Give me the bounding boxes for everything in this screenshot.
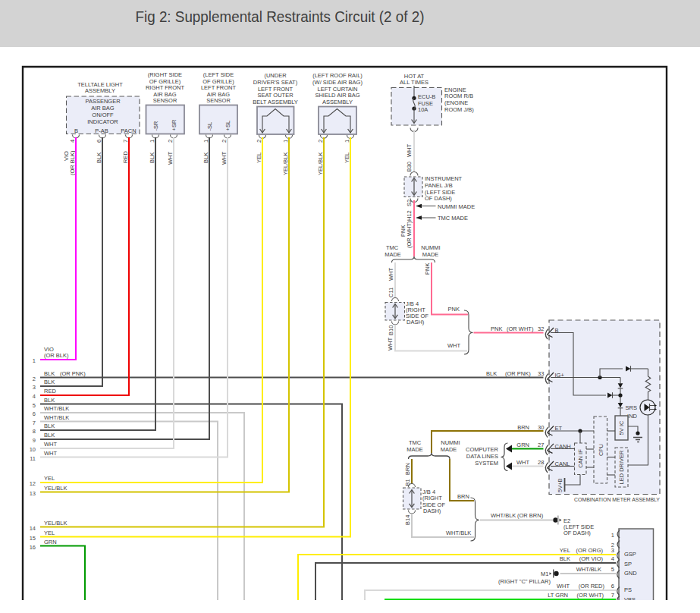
svg-text:WHT: WHT bbox=[44, 450, 57, 457]
svg-text:M1: M1 bbox=[541, 571, 548, 577]
svg-text:16: 16 bbox=[30, 544, 36, 551]
svg-text:1: 1 bbox=[282, 140, 289, 143]
svg-text:CPU: CPU bbox=[598, 444, 604, 456]
svg-text:2: 2 bbox=[317, 140, 324, 143]
svg-text:(OR BRN): (OR BRN) bbox=[517, 512, 544, 519]
svg-text:IND: IND bbox=[627, 413, 638, 420]
svg-text:YEL: YEL bbox=[560, 547, 570, 554]
svg-text:DASH): DASH) bbox=[407, 319, 425, 325]
svg-text:WHT/BLK: WHT/BLK bbox=[44, 414, 69, 421]
svg-text:YEL: YEL bbox=[44, 530, 55, 536]
svg-text:15: 15 bbox=[30, 535, 36, 542]
svg-text:WHT: WHT bbox=[388, 268, 394, 281]
svg-text:SYSTEM: SYSTEM bbox=[475, 460, 498, 467]
svg-text:-SL: -SL bbox=[206, 122, 213, 131]
svg-text:3: 3 bbox=[33, 384, 36, 391]
svg-text:PACN: PACN bbox=[121, 127, 136, 134]
svg-text:BLK: BLK bbox=[96, 152, 102, 163]
svg-text:+SR: +SR bbox=[171, 119, 177, 130]
svg-text:MADE: MADE bbox=[441, 446, 457, 453]
svg-text:(OR BLK): (OR BLK) bbox=[69, 150, 76, 175]
svg-text:GSP: GSP bbox=[624, 551, 636, 558]
svg-text:(OR WHT): (OR WHT) bbox=[507, 325, 534, 332]
svg-text:+SL: +SL bbox=[224, 121, 231, 131]
svg-text:SRS: SRS bbox=[626, 404, 637, 411]
svg-text:(RIGHT "C" PILLAR): (RIGHT "C" PILLAR) bbox=[498, 578, 551, 585]
svg-text:9: 9 bbox=[33, 437, 36, 444]
svg-text:YEL/BLK: YEL/BLK bbox=[317, 152, 324, 175]
svg-text:CAN IF: CAN IF bbox=[577, 449, 584, 468]
svg-text:WHT: WHT bbox=[406, 144, 413, 157]
svg-text:YEL/BLK: YEL/BLK bbox=[44, 520, 67, 527]
svg-text:TMC: TMC bbox=[409, 439, 422, 446]
svg-text:(LEFT ROOF RAIL): (LEFT ROOF RAIL) bbox=[312, 72, 363, 79]
svg-text:OF DASH): OF DASH) bbox=[425, 195, 452, 202]
svg-text:33: 33 bbox=[538, 370, 544, 377]
svg-text:MADE: MADE bbox=[385, 251, 401, 258]
svg-text:2: 2 bbox=[33, 376, 36, 382]
svg-text:13: 13 bbox=[30, 490, 36, 497]
svg-text:DRIVER'S SEAT): DRIVER'S SEAT) bbox=[253, 79, 298, 86]
svg-text:BLK: BLK bbox=[560, 555, 570, 562]
svg-text:BLK: BLK bbox=[44, 397, 55, 404]
svg-text:BRN: BRN bbox=[517, 424, 529, 431]
svg-text:B10: B10 bbox=[388, 325, 394, 335]
svg-text:WHT: WHT bbox=[387, 338, 394, 351]
svg-text:PASSENGER: PASSENGER bbox=[85, 98, 121, 105]
svg-text:-SR: -SR bbox=[152, 121, 159, 131]
svg-text:10: 10 bbox=[30, 446, 36, 453]
svg-text:C11: C11 bbox=[388, 288, 394, 297]
svg-text:(ENGINE: (ENGINE bbox=[444, 99, 468, 106]
svg-text:COMPUTER: COMPUTER bbox=[466, 446, 499, 453]
svg-text:BLK: BLK bbox=[44, 379, 55, 385]
svg-text:PNK: PNK bbox=[491, 325, 502, 332]
svg-text:Fig 2: Supplemental Restraints: Fig 2: Supplemental Restraints Circuit (… bbox=[136, 8, 425, 25]
svg-text:2: 2 bbox=[167, 140, 174, 143]
svg-text:INDICATOR: INDICATOR bbox=[87, 118, 118, 125]
svg-text:ENGINE: ENGINE bbox=[444, 86, 466, 93]
svg-text:6: 6 bbox=[611, 583, 614, 589]
svg-text:BLK: BLK bbox=[202, 152, 209, 163]
svg-text:SENSOR: SENSOR bbox=[153, 97, 177, 104]
svg-text:YEL/BLK: YEL/BLK bbox=[44, 485, 67, 492]
svg-text:RED: RED bbox=[44, 388, 56, 395]
svg-text:5: 5 bbox=[33, 402, 36, 409]
svg-text:5: 5 bbox=[611, 566, 614, 573]
svg-text:WHT: WHT bbox=[557, 583, 570, 589]
svg-text:WHT/BLK: WHT/BLK bbox=[446, 530, 471, 536]
svg-text:1: 1 bbox=[149, 140, 155, 143]
svg-text:MADE: MADE bbox=[407, 446, 423, 453]
svg-text:WHT: WHT bbox=[167, 152, 174, 165]
svg-text:BRN: BRN bbox=[404, 463, 411, 475]
svg-text:30: 30 bbox=[538, 424, 544, 431]
svg-text:LED DRIVER: LED DRIVER bbox=[618, 450, 625, 485]
svg-text:WHT: WHT bbox=[221, 152, 228, 165]
svg-text:(OR RED): (OR RED) bbox=[579, 583, 605, 589]
svg-text:B1: B1 bbox=[404, 479, 411, 486]
svg-text:B14: B14 bbox=[404, 515, 411, 525]
svg-text:YEL: YEL bbox=[256, 152, 262, 163]
svg-text:6: 6 bbox=[96, 140, 102, 143]
svg-text:PNK: PNK bbox=[448, 306, 460, 313]
svg-text:GND: GND bbox=[624, 570, 637, 577]
svg-text:B30: B30 bbox=[406, 162, 413, 171]
svg-text:ASSEMBLY: ASSEMBLY bbox=[85, 87, 115, 94]
svg-text:7: 7 bbox=[611, 592, 614, 599]
svg-text:(OR PNK): (OR PNK) bbox=[505, 370, 531, 377]
svg-text:5V IC: 5V IC bbox=[618, 420, 625, 435]
svg-text:(OR WHT): (OR WHT) bbox=[406, 221, 413, 248]
svg-text:YEL/BLK: YEL/BLK bbox=[282, 152, 289, 175]
svg-text:3: 3 bbox=[611, 547, 614, 554]
svg-text:WHT: WHT bbox=[44, 441, 57, 448]
svg-text:COMBINATION METER ASSEMBLY: COMBINATION METER ASSEMBLY bbox=[574, 496, 660, 503]
svg-text:8: 8 bbox=[33, 428, 36, 435]
svg-text:1: 1 bbox=[33, 357, 36, 364]
svg-text:BLK: BLK bbox=[44, 370, 55, 377]
svg-text:(LEFT SIDE: (LEFT SIDE bbox=[425, 189, 455, 196]
svg-text:DASH): DASH) bbox=[423, 508, 441, 514]
svg-text:RED: RED bbox=[122, 151, 129, 163]
svg-text:PNK: PNK bbox=[424, 263, 431, 275]
svg-text:DATA LINES: DATA LINES bbox=[466, 453, 498, 460]
svg-text:(OR PNK): (OR PNK) bbox=[60, 370, 86, 377]
svg-text:12: 12 bbox=[30, 480, 36, 487]
